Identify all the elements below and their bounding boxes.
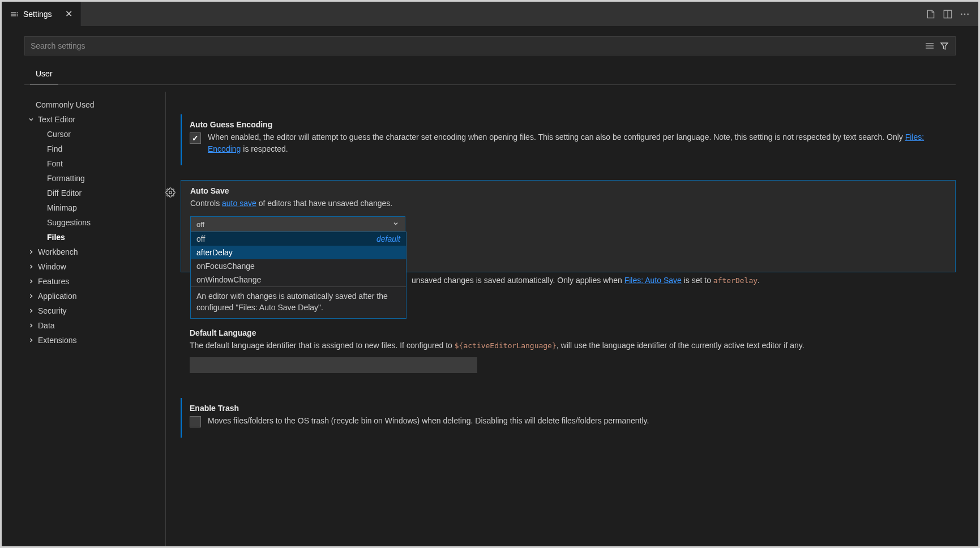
auto-save-select[interactable]: off off default afterDelay onFocusChange…: [190, 216, 405, 232]
tab-close-icon[interactable]: ✕: [65, 8, 72, 19]
chevron-right-icon: [27, 307, 36, 314]
svg-point-10: [967, 13, 969, 15]
setting-description: The default language identifier that is …: [190, 340, 947, 352]
svg-point-14: [169, 191, 172, 194]
auto-save-option-off[interactable]: off default: [191, 232, 406, 246]
enable-trash-checkbox[interactable]: [190, 416, 201, 427]
toc-window[interactable]: Window: [24, 259, 152, 274]
filter-settings-icon[interactable]: [939, 41, 949, 51]
settings-toc: Commonly Used Text Editor Cursor Find Fo…: [24, 92, 152, 546]
auto-save-option-afterdelay[interactable]: afterDelay: [191, 246, 406, 259]
scope-tab-user[interactable]: User: [30, 65, 58, 84]
search-settings-input[interactable]: [25, 41, 925, 50]
more-actions-icon[interactable]: [959, 8, 970, 20]
setting-default-language: Default Language The default language id…: [181, 323, 956, 383]
clear-search-icon[interactable]: [925, 41, 935, 51]
default-language-input[interactable]: [190, 357, 477, 373]
auto-save-option-onfocuschange[interactable]: onFocusChange: [191, 259, 406, 273]
search-settings-container: [24, 36, 956, 55]
toc-security[interactable]: Security: [24, 303, 152, 318]
tab-title: Settings: [23, 10, 52, 19]
select-value: off: [196, 220, 204, 229]
setting-title: Auto Save: [190, 186, 946, 195]
auto-save-link[interactable]: auto save: [222, 199, 256, 208]
svg-point-9: [964, 13, 966, 15]
toc-text-editor[interactable]: Text Editor: [24, 112, 152, 127]
gear-icon[interactable]: [165, 187, 176, 199]
chevron-right-icon: [27, 249, 36, 255]
chevron-right-icon: [27, 293, 36, 299]
default-label: default: [376, 234, 400, 243]
setting-auto-save: Auto Save Controls auto save of editors …: [181, 180, 956, 272]
toc-font[interactable]: Font: [24, 156, 152, 171]
auto-save-option-help: An editor with changes is automatically …: [191, 286, 406, 318]
toc-minimap[interactable]: Minimap: [24, 200, 152, 215]
toc-cursor[interactable]: Cursor: [24, 127, 152, 142]
toc-files[interactable]: Files: [24, 230, 152, 245]
setting-title: Enable Trash: [190, 404, 947, 413]
toc-formatting[interactable]: Formatting: [24, 171, 152, 186]
chevron-right-icon: [27, 322, 36, 329]
toc-extensions[interactable]: Extensions: [24, 333, 152, 348]
tab-settings[interactable]: Settings ✕: [2, 2, 81, 26]
auto-save-dropdown: off default afterDelay onFocusChange onW…: [190, 232, 406, 319]
toc-features[interactable]: Features: [24, 274, 152, 289]
auto-guess-encoding-checkbox[interactable]: [190, 132, 201, 144]
toc-suggestions[interactable]: Suggestions: [24, 215, 152, 230]
open-settings-json-icon[interactable]: [925, 8, 936, 20]
split-editor-icon[interactable]: [942, 8, 953, 20]
toc-commonly-used[interactable]: Commonly Used: [24, 97, 152, 112]
chevron-right-icon: [27, 263, 36, 270]
toc-divider: [165, 92, 166, 546]
settings-tab-icon: [10, 10, 19, 19]
chevron-right-icon: [27, 278, 36, 285]
setting-title: Default Language: [190, 328, 947, 337]
files-auto-save-link[interactable]: Files: Auto Save: [624, 276, 682, 285]
setting-title: Auto Guess Encoding: [190, 120, 947, 129]
toc-diff-editor[interactable]: Diff Editor: [24, 186, 152, 200]
chevron-down-icon: [392, 220, 399, 229]
setting-description: When enabled, the editor will attempt to…: [208, 131, 947, 155]
tab-bar: Settings ✕: [2, 2, 978, 26]
toc-workbench[interactable]: Workbench: [24, 245, 152, 259]
setting-description: Moves files/folders to the OS trash (rec…: [208, 415, 649, 427]
toc-data[interactable]: Data: [24, 318, 152, 333]
toc-application[interactable]: Application: [24, 289, 152, 303]
setting-auto-guess-encoding: Auto Guess Encoding When enabled, the ed…: [181, 114, 956, 165]
chevron-right-icon: [27, 337, 36, 344]
setting-description: Controls auto save of editors that have …: [190, 198, 946, 209]
auto-save-option-onwindowchange[interactable]: onWindowChange: [191, 273, 406, 286]
toc-find[interactable]: Find: [24, 142, 152, 156]
setting-enable-trash: Enable Trash Moves files/folders to the …: [181, 398, 956, 438]
svg-point-8: [961, 13, 962, 15]
chevron-down-icon: [27, 116, 36, 123]
